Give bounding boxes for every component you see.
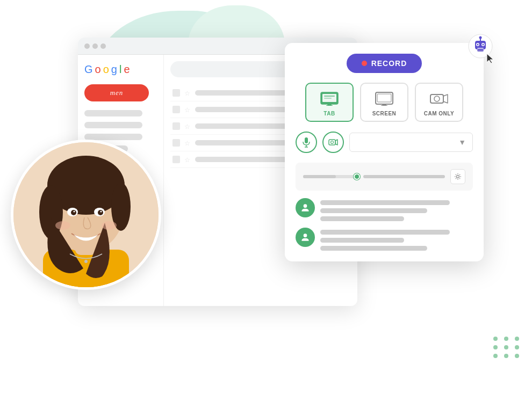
record-button[interactable]: RECORD [347, 54, 422, 73]
logo-letter: e [124, 63, 130, 76]
email-checkbox[interactable] [172, 156, 180, 163]
svg-rect-8 [477, 48, 484, 49]
user-name-line [320, 230, 450, 235]
logo-letter: g [111, 63, 117, 76]
dot [504, 345, 508, 349]
person-icon [300, 232, 311, 243]
minimize-dot [92, 43, 98, 49]
screen-mode-label: SCREEN [372, 111, 397, 116]
maximize-dot [100, 43, 106, 49]
tab-mode-label: TAB [323, 111, 335, 116]
cam-only-mode-label: CAM ONLY [424, 111, 454, 116]
user-detail-line [320, 208, 427, 213]
svg-rect-18 [377, 94, 391, 102]
user-detail-line [320, 238, 404, 243]
screen-mode-icon [373, 90, 395, 107]
camera-dropdown[interactable]: ▼ [349, 133, 473, 152]
svg-marker-23 [443, 94, 448, 103]
dropdown-arrow-icon: ▼ [458, 138, 466, 147]
svg-marker-10 [487, 54, 493, 63]
dot [493, 345, 498, 349]
dot [493, 337, 498, 341]
svg-point-49 [84, 260, 88, 263]
svg-point-30 [457, 176, 459, 178]
progress-bar [303, 175, 358, 178]
svg-rect-9 [477, 49, 484, 52]
window-controls [84, 43, 106, 49]
user-list [296, 198, 473, 251]
email-star[interactable]: ☆ [184, 123, 191, 129]
cam-only-mode-icon [428, 90, 450, 107]
email-star[interactable]: ☆ [184, 90, 191, 96]
progress-fill [303, 175, 336, 178]
progress-indicator [354, 173, 360, 180]
email-checkbox[interactable] [172, 122, 180, 130]
svg-point-32 [304, 234, 307, 237]
svg-point-47 [55, 221, 70, 230]
robot-icon-wrap [468, 33, 493, 61]
svg-rect-24 [305, 137, 308, 143]
cursor-icon [486, 53, 498, 64]
dot [504, 337, 508, 341]
mode-selection: TAB SCREEN [296, 83, 473, 122]
user-row [296, 198, 473, 221]
svg-rect-16 [326, 105, 333, 106]
extension-popup: RECORD TAB [285, 43, 484, 261]
mic-button[interactable] [296, 132, 317, 153]
dot [504, 354, 508, 358]
dot [493, 354, 498, 358]
user-info-lines [320, 198, 473, 221]
record-indicator [362, 61, 367, 66]
gear-icon [454, 173, 462, 180]
decoration-dots [493, 337, 521, 358]
svg-marker-29 [335, 140, 337, 145]
settings-button[interactable] [450, 169, 465, 184]
email-checkbox[interactable] [172, 139, 180, 147]
svg-point-46 [100, 211, 102, 213]
email-star[interactable]: ☆ [184, 156, 191, 163]
svg-point-5 [483, 44, 484, 46]
person-photo [11, 140, 161, 290]
svg-point-31 [304, 204, 307, 208]
compose-button[interactable]: men [84, 84, 149, 101]
cam-icon [328, 138, 338, 146]
person-illustration [13, 142, 159, 287]
person-icon [300, 202, 311, 213]
email-star[interactable]: ☆ [184, 106, 191, 113]
svg-point-43 [71, 210, 76, 215]
svg-point-48 [102, 221, 117, 230]
svg-point-45 [74, 211, 75, 213]
google-logo: Google [84, 63, 157, 76]
scene: Google men ☆ ☆ [0, 0, 532, 401]
mode-screen[interactable]: SCREEN [360, 83, 408, 122]
record-button-wrap: RECORD [296, 54, 473, 73]
logo-letter: G [84, 63, 93, 76]
svg-rect-19 [382, 104, 386, 105]
user-detail-line-2 [320, 246, 427, 251]
mode-cam-only[interactable]: CAM ONLY [415, 83, 463, 122]
svg-point-22 [434, 96, 440, 101]
progress-section [296, 163, 473, 191]
logo-letter: o [95, 63, 101, 76]
camera-button[interactable] [322, 132, 344, 153]
dot [515, 354, 519, 358]
camera-mode-icon [429, 91, 449, 106]
svg-rect-13 [324, 96, 335, 97]
gmail-nav-item [84, 122, 142, 128]
record-label: RECORD [371, 59, 407, 68]
user-info-lines [320, 228, 473, 251]
email-checkbox[interactable] [172, 89, 180, 97]
mode-tab[interactable]: TAB [305, 83, 354, 122]
dot [515, 345, 519, 349]
user-name-line [320, 200, 450, 205]
user-avatar [296, 228, 315, 247]
svg-point-7 [479, 37, 482, 39]
person-photo-wrap [11, 140, 161, 290]
user-avatar [296, 198, 315, 217]
mic-icon [302, 137, 311, 148]
svg-point-28 [331, 141, 334, 144]
email-star[interactable]: ☆ [184, 140, 191, 146]
user-detail-line-2 [320, 216, 404, 221]
email-checkbox[interactable] [172, 106, 180, 113]
svg-rect-20 [381, 105, 387, 106]
